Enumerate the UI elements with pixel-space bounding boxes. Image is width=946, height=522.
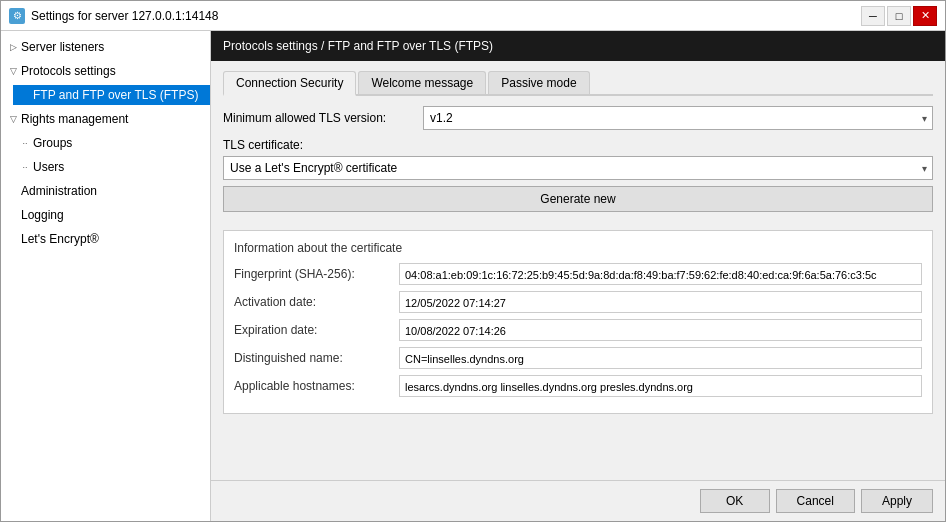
window-title: Settings for server 127.0.0.1:14148 <box>31 9 218 23</box>
main-panel: Protocols settings / FTP and FTP over TL… <box>211 31 945 521</box>
expand-icon <box>5 207 21 223</box>
tls-version-select[interactable]: v1.2 v1.3 <box>423 106 933 130</box>
close-button[interactable]: ✕ <box>913 6 937 26</box>
title-bar-left: ⚙ Settings for server 127.0.0.1:14148 <box>9 8 218 24</box>
sidebar-item-server-listeners[interactable]: ▷ Server listeners <box>1 35 210 59</box>
cert-hostnames-value: lesarcs.dyndns.org linselles.dyndns.org … <box>399 375 922 397</box>
sidebar: ▷ Server listeners ▽ Protocols settings … <box>1 31 211 521</box>
cert-activation-value: 12/05/2022 07:14:27 <box>399 291 922 313</box>
sidebar-item-ftp-ftps[interactable]: FTP and FTP over TLS (FTPS) <box>13 83 210 107</box>
expand-icon <box>5 231 21 247</box>
sidebar-item-groups[interactable]: ·· Groups <box>1 131 210 155</box>
cert-fingerprint-label: Fingerprint (SHA-256): <box>234 267 399 281</box>
cert-activation-row: Activation date: 12/05/2022 07:14:27 <box>234 291 922 313</box>
expand-icon: ▽ <box>5 63 21 79</box>
apply-button[interactable]: Apply <box>861 489 933 513</box>
cert-distinguished-value: CN=linselles.dyndns.org <box>399 347 922 369</box>
expand-icon: ▽ <box>5 111 21 127</box>
cert-hostnames-label: Applicable hostnames: <box>234 379 399 393</box>
expand-icon: ·· <box>17 135 33 151</box>
cert-info-title: Information about the certificate <box>234 241 922 255</box>
ok-button[interactable]: OK <box>700 489 770 513</box>
cert-expiration-value: 10/08/2022 07:14:26 <box>399 319 922 341</box>
cert-expiration-row: Expiration date: 10/08/2022 07:14:26 <box>234 319 922 341</box>
cert-fingerprint-value: 04:08:a1:eb:09:1c:16:72:25:b9:45:5d:9a:8… <box>399 263 922 285</box>
cert-expiration-label: Expiration date: <box>234 323 399 337</box>
panel-body: Connection Security Welcome message Pass… <box>211 61 945 480</box>
minimize-button[interactable]: ─ <box>861 6 885 26</box>
sidebar-item-administration[interactable]: Administration <box>1 179 210 203</box>
title-controls: ─ □ ✕ <box>861 6 937 26</box>
maximize-button[interactable]: □ <box>887 6 911 26</box>
expand-icon <box>5 183 21 199</box>
tls-cert-select-wrapper: Use a Let's Encrypt® certificate ▾ <box>223 156 933 180</box>
cert-activation-label: Activation date: <box>234 295 399 309</box>
tls-cert-label: TLS certificate: <box>223 138 933 152</box>
cert-hostnames-row: Applicable hostnames: lesarcs.dyndns.org… <box>234 375 922 397</box>
sidebar-item-logging[interactable]: Logging <box>1 203 210 227</box>
tls-version-select-wrapper: v1.2 v1.3 ▾ <box>423 106 933 130</box>
content-area: ▷ Server listeners ▽ Protocols settings … <box>1 31 945 521</box>
tabs-row: Connection Security Welcome message Pass… <box>223 71 933 96</box>
generate-new-button[interactable]: Generate new <box>223 186 933 212</box>
tls-version-row: Minimum allowed TLS version: v1.2 v1.3 ▾ <box>223 106 933 130</box>
cert-distinguished-label: Distinguished name: <box>234 351 399 365</box>
expand-icon <box>17 87 33 103</box>
title-bar: ⚙ Settings for server 127.0.0.1:14148 ─ … <box>1 1 945 31</box>
tls-version-label: Minimum allowed TLS version: <box>223 111 423 125</box>
sidebar-item-users[interactable]: ·· Users <box>1 155 210 179</box>
sidebar-item-lets-encrypt[interactable]: Let's Encrypt® <box>1 227 210 251</box>
cancel-button[interactable]: Cancel <box>776 489 855 513</box>
tab-welcome-message[interactable]: Welcome message <box>358 71 486 94</box>
bottom-bar: OK Cancel Apply <box>211 480 945 521</box>
sidebar-item-protocols-settings[interactable]: ▽ Protocols settings <box>1 59 210 83</box>
tls-cert-select[interactable]: Use a Let's Encrypt® certificate <box>223 156 933 180</box>
cert-distinguished-row: Distinguished name: CN=linselles.dyndns.… <box>234 347 922 369</box>
tab-passive-mode[interactable]: Passive mode <box>488 71 589 94</box>
expand-icon: ·· <box>17 159 33 175</box>
panel-header: Protocols settings / FTP and FTP over TL… <box>211 31 945 61</box>
cert-info-box: Information about the certificate Finger… <box>223 230 933 414</box>
expand-icon: ▷ <box>5 39 21 55</box>
cert-fingerprint-row: Fingerprint (SHA-256): 04:08:a1:eb:09:1c… <box>234 263 922 285</box>
main-window: ⚙ Settings for server 127.0.0.1:14148 ─ … <box>0 0 946 522</box>
sidebar-item-rights-management[interactable]: ▽ Rights management <box>1 107 210 131</box>
app-icon: ⚙ <box>9 8 25 24</box>
tab-connection-security[interactable]: Connection Security <box>223 71 356 96</box>
